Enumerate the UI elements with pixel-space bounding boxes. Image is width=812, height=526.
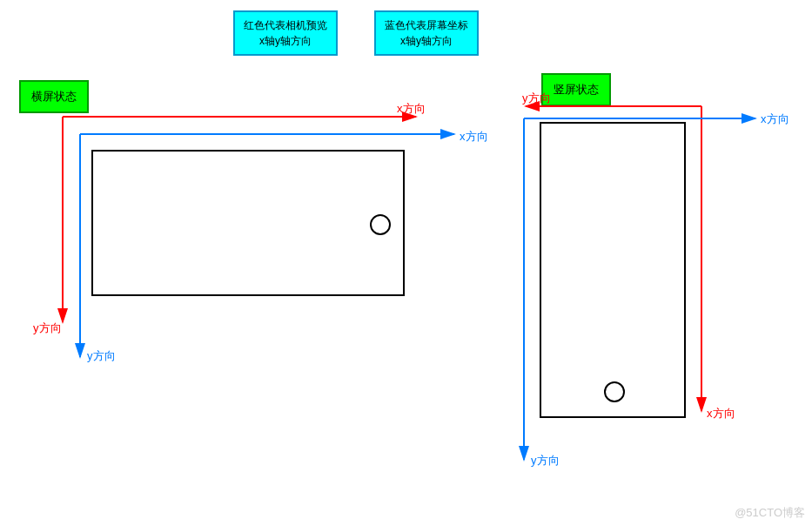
landscape-blue-y-label: y方向 — [87, 348, 116, 364]
legend-blue: 蓝色代表屏幕坐标 x轴y轴方向 — [374, 10, 479, 56]
landscape-red-x-label: x方向 — [397, 101, 426, 117]
landscape-blue-x-label: x方向 — [460, 129, 488, 145]
portrait-phone — [540, 122, 686, 418]
portrait-red-y-label: y方向 — [522, 91, 551, 106]
landscape-phone — [91, 150, 405, 296]
portrait-state-label: 竖屏状态 — [541, 73, 611, 106]
legend-blue-line2: x轴y轴方向 — [400, 35, 453, 47]
portrait-blue-x-label: x方向 — [761, 111, 789, 127]
landscape-state-label: 横屏状态 — [19, 80, 89, 113]
landscape-home-button — [370, 214, 391, 235]
legend-red-line2: x轴y轴方向 — [259, 35, 312, 47]
watermark: @51CTO博客 — [735, 505, 805, 521]
portrait-red-x-label: x方向 — [707, 406, 735, 421]
portrait-blue-y-label: y方向 — [531, 453, 560, 469]
legend-blue-line1: 蓝色代表屏幕坐标 — [385, 19, 468, 31]
landscape-red-y-label: y方向 — [33, 320, 62, 336]
legend-red: 红色代表相机预览 x轴y轴方向 — [233, 10, 338, 56]
legend-red-line1: 红色代表相机预览 — [244, 19, 327, 31]
portrait-home-button — [604, 381, 625, 402]
